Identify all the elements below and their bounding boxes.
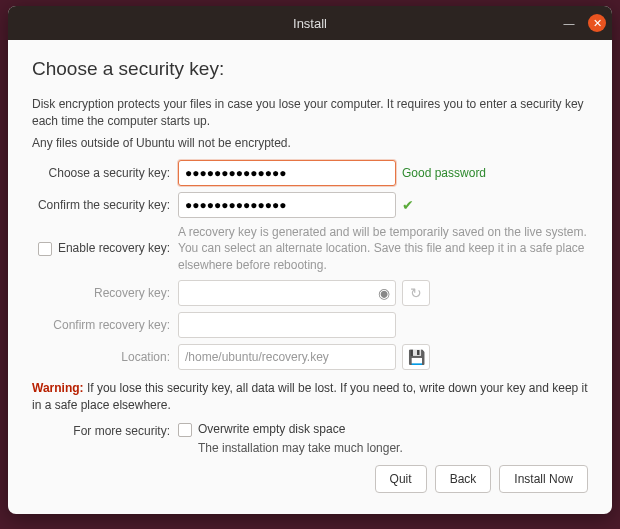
choose-key-input[interactable] xyxy=(178,160,396,186)
window-controls: — ✕ xyxy=(560,6,606,40)
save-location-icon: 💾 xyxy=(402,344,430,370)
choose-key-label: Choose a security key: xyxy=(32,166,172,180)
regenerate-icon: ↻ xyxy=(402,280,430,306)
confirm-recovery-input xyxy=(178,312,396,338)
enable-recovery-checkbox[interactable] xyxy=(38,242,52,256)
warning-text: Warning: If you lose this security key, … xyxy=(32,380,588,414)
recovery-key-label: Recovery key: xyxy=(32,286,172,300)
installer-window: Install — ✕ Choose a security key: Disk … xyxy=(8,6,612,514)
eye-icon: ◉ xyxy=(378,285,390,301)
confirm-recovery-label: Confirm recovery key: xyxy=(32,318,172,332)
overwrite-label: Overwrite empty disk space xyxy=(198,422,345,436)
window-title: Install xyxy=(8,16,612,31)
for-more-security-label: For more security: xyxy=(32,422,172,438)
overwrite-help: The installation may take much longer. xyxy=(198,441,588,455)
content-area: Choose a security key: Disk encryption p… xyxy=(8,40,612,514)
overwrite-checkbox[interactable] xyxy=(178,423,192,437)
minimize-icon[interactable]: — xyxy=(560,14,578,32)
password-strength: Good password xyxy=(402,166,486,180)
page-title: Choose a security key: xyxy=(32,58,588,80)
checkmark-icon: ✔ xyxy=(402,197,414,213)
confirm-key-label: Confirm the security key: xyxy=(32,198,172,212)
confirm-key-input[interactable] xyxy=(178,192,396,218)
anyfiles-text: Any files outside of Ubuntu will not be … xyxy=(32,136,588,150)
footer-buttons: Quit Back Install Now xyxy=(32,465,588,493)
enable-recovery-label: Enable recovery key: xyxy=(58,241,170,255)
form: Choose a security key: Good password Con… xyxy=(32,160,588,370)
install-now-button[interactable]: Install Now xyxy=(499,465,588,493)
quit-button[interactable]: Quit xyxy=(375,465,427,493)
back-button[interactable]: Back xyxy=(435,465,492,493)
location-label: Location: xyxy=(32,350,172,364)
recovery-help-text: A recovery key is generated and will be … xyxy=(178,224,588,274)
warning-body: If you lose this security key, all data … xyxy=(32,381,588,412)
close-icon[interactable]: ✕ xyxy=(588,14,606,32)
warning-label: Warning: xyxy=(32,381,84,395)
titlebar: Install — ✕ xyxy=(8,6,612,40)
intro-text: Disk encryption protects your files in c… xyxy=(32,96,588,130)
location-input xyxy=(178,344,396,370)
recovery-key-input xyxy=(178,280,396,306)
